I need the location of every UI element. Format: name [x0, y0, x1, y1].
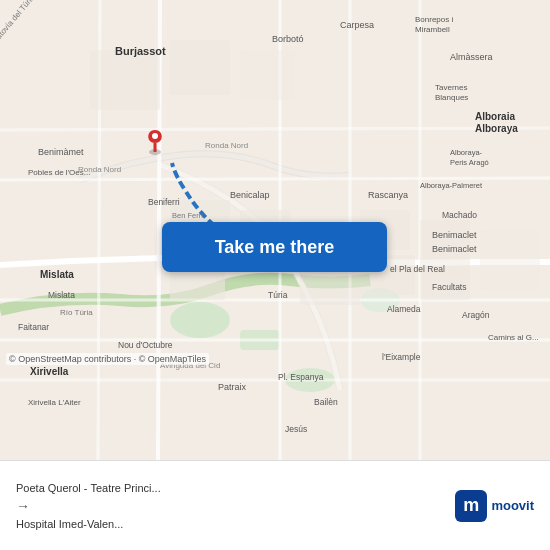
moovit-logo-mark: m — [455, 490, 487, 522]
svg-text:Xirivella: Xirivella — [30, 366, 69, 377]
svg-text:Borbotó: Borbotó — [272, 34, 304, 44]
svg-text:Benimaclet: Benimaclet — [432, 244, 477, 254]
svg-text:Benicalap: Benicalap — [230, 190, 270, 200]
svg-text:Aragón: Aragón — [462, 310, 490, 320]
moovit-brand-name: moovit — [491, 498, 534, 513]
svg-text:Túria: Túria — [268, 290, 288, 300]
svg-text:el Pla del Real: el Pla del Real — [390, 264, 445, 274]
svg-text:Machado: Machado — [442, 210, 477, 220]
route-info: Poeta Querol - Teatre Princi... → Hospit… — [16, 482, 443, 530]
svg-text:Alboraya: Alboraya — [475, 123, 518, 134]
svg-rect-15 — [170, 40, 230, 95]
svg-text:Patraix: Patraix — [218, 382, 247, 392]
svg-text:Bonrepos i: Bonrepos i — [415, 15, 453, 24]
svg-point-65 — [152, 133, 158, 139]
svg-rect-13 — [480, 230, 540, 290]
arrow-icon: → — [16, 498, 443, 514]
svg-text:Blanques: Blanques — [435, 93, 468, 102]
svg-text:Beniferri: Beniferri — [148, 197, 180, 207]
svg-text:Xirivella L'Aiter: Xirivella L'Aiter — [28, 398, 81, 407]
destination-label: Hospital Imed-Valen... — [16, 518, 443, 530]
map-container: Burjassot Borbotó Carpesa Bonrepos i Mir… — [0, 0, 550, 460]
svg-text:Rascanya: Rascanya — [368, 190, 408, 200]
svg-text:Alboraya-Palmeret: Alboraya-Palmeret — [420, 181, 483, 190]
svg-text:Ronda Nord: Ronda Nord — [205, 141, 248, 150]
svg-text:Pl. Espanya: Pl. Espanya — [278, 372, 324, 382]
svg-rect-16 — [240, 50, 295, 100]
svg-rect-14 — [90, 50, 160, 110]
svg-text:Camins al G...: Camins al G... — [488, 333, 539, 342]
svg-text:Ben Ferri: Ben Ferri — [172, 211, 203, 220]
svg-text:Tavernes: Tavernes — [435, 83, 467, 92]
take-me-there-button[interactable]: Take me there — [162, 222, 387, 272]
svg-text:Ronda Nord: Ronda Nord — [78, 165, 121, 174]
svg-text:Bailèn: Bailèn — [314, 397, 338, 407]
svg-text:Nou d'Octubre: Nou d'Octubre — [118, 340, 173, 350]
svg-text:Río Túria: Río Túria — [60, 308, 93, 317]
svg-text:Mirambell: Mirambell — [415, 25, 450, 34]
svg-text:Alboraia: Alboraia — [475, 111, 515, 122]
svg-text:Facultats: Facultats — [432, 282, 467, 292]
svg-text:Jesús: Jesús — [285, 424, 307, 434]
svg-point-1 — [170, 302, 230, 338]
svg-text:Benimàmet: Benimàmet — [38, 147, 84, 157]
svg-text:Burjassot: Burjassot — [115, 45, 166, 57]
bottom-bar: Poeta Querol - Teatre Princi... → Hospit… — [0, 460, 550, 550]
svg-text:Mislata: Mislata — [40, 269, 74, 280]
origin-label: Poeta Querol - Teatre Princi... — [16, 482, 443, 494]
svg-text:Alboraya-: Alboraya- — [450, 148, 483, 157]
svg-text:Faitanar: Faitanar — [18, 322, 49, 332]
svg-text:Almàssera: Almàssera — [450, 52, 493, 62]
moovit-letter: m — [463, 495, 479, 516]
svg-text:Carpesa: Carpesa — [340, 20, 374, 30]
map-copyright: © OpenStreetMap contributors · © OpenMap… — [6, 353, 209, 365]
moovit-logo: m moovit — [455, 490, 534, 522]
svg-text:Benimaclet: Benimaclet — [432, 230, 477, 240]
svg-text:Alameda: Alameda — [387, 304, 421, 314]
svg-text:l'Eixample: l'Eixample — [382, 352, 421, 362]
svg-text:Peris Aragó: Peris Aragó — [450, 158, 489, 167]
svg-text:Mislata: Mislata — [48, 290, 75, 300]
